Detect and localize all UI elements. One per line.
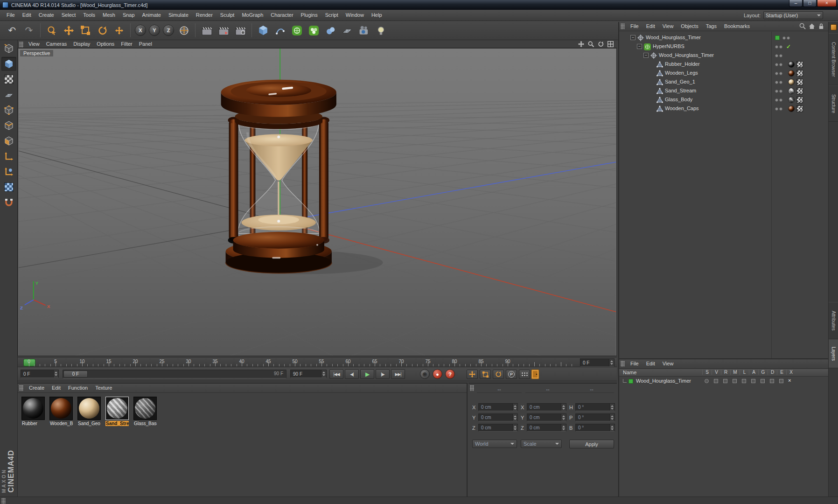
solo-toggle-icon[interactable] bbox=[705, 379, 709, 383]
workplane-mode-button[interactable] bbox=[1, 88, 16, 102]
tab-attributes[interactable]: Attributes bbox=[829, 302, 838, 339]
close-button[interactable]: × bbox=[817, 0, 837, 7]
size-z-stepper[interactable] bbox=[561, 424, 566, 431]
move-button[interactable] bbox=[60, 22, 77, 38]
model-mode-button[interactable] bbox=[1, 57, 16, 71]
material-thumbnail-sandstream[interactable] bbox=[105, 397, 129, 420]
column-a[interactable]: A bbox=[749, 370, 758, 375]
browser-tab-icon[interactable] bbox=[831, 24, 837, 30]
tree-row-wooden-caps[interactable]: Wooden_Caps bbox=[619, 105, 828, 113]
render-toggle-icon[interactable] bbox=[723, 379, 727, 383]
mat-menu-function[interactable]: Function bbox=[64, 384, 91, 392]
render-visibility-dot[interactable] bbox=[779, 72, 782, 75]
mat-menu-edit[interactable]: Edit bbox=[48, 384, 64, 392]
menu-mograph[interactable]: MoGraph bbox=[238, 10, 267, 21]
polygons-mode-button[interactable] bbox=[1, 134, 16, 148]
play-button[interactable]: ▶ bbox=[360, 369, 374, 379]
menu-mesh[interactable]: Mesh bbox=[99, 10, 119, 21]
panel-grip[interactable] bbox=[621, 23, 625, 29]
next-frame-button[interactable]: |▶ bbox=[376, 369, 390, 379]
vp-menu-display[interactable]: Display bbox=[70, 40, 93, 48]
size-x-field[interactable]: 0 cm bbox=[527, 403, 566, 411]
goto-end-button[interactable]: ▶▶| bbox=[391, 369, 405, 379]
panel-grip[interactable] bbox=[19, 42, 23, 48]
material-item[interactable]: Sand_Geo bbox=[77, 397, 101, 426]
view-zoom-button[interactable] bbox=[587, 41, 594, 47]
render-visibility-dot[interactable] bbox=[779, 45, 782, 49]
editor-visibility-dot[interactable] bbox=[782, 36, 786, 40]
menu-tools[interactable]: Tools bbox=[79, 10, 99, 21]
vp-menu-cameras[interactable]: Cameras bbox=[43, 40, 70, 48]
material-item[interactable]: Wooden_B bbox=[49, 397, 73, 426]
animation-toggle-icon[interactable] bbox=[751, 379, 755, 383]
menu-render[interactable]: Render bbox=[192, 10, 216, 21]
redo-button[interactable]: ↷ bbox=[21, 22, 37, 38]
column-v[interactable]: V bbox=[712, 370, 721, 375]
tree-row-hypernurbs[interactable]: − HyperNURBS ✓ bbox=[619, 42, 828, 51]
uvw-tag[interactable] bbox=[796, 79, 803, 85]
material-thumbnail-sand[interactable] bbox=[77, 397, 101, 420]
record-pla-toggle[interactable] bbox=[519, 370, 530, 379]
rot-h-field[interactable]: 0 ° bbox=[575, 403, 615, 411]
tree-expander[interactable]: − bbox=[637, 44, 642, 49]
viewport-canvas[interactable]: Y X Z bbox=[18, 49, 616, 356]
goto-start-button[interactable]: |◀◀ bbox=[329, 369, 343, 379]
render-visibility-dot[interactable] bbox=[779, 81, 782, 84]
object-name[interactable]: Wooden_Legs bbox=[665, 70, 698, 76]
render-visibility-dot[interactable] bbox=[779, 63, 782, 66]
column-l[interactable]: L bbox=[740, 370, 749, 375]
menu-sculpt[interactable]: Sculpt bbox=[216, 10, 238, 21]
position-header[interactable]: -- bbox=[477, 386, 522, 393]
apply-button[interactable]: Apply bbox=[569, 440, 614, 448]
object-name[interactable]: Wood_Hourglass_Timer bbox=[646, 35, 701, 40]
lock-y-button[interactable]: Y bbox=[149, 25, 160, 36]
mat-menu-create[interactable]: Create bbox=[25, 384, 48, 392]
edges-mode-button[interactable] bbox=[1, 119, 16, 133]
range-end-stepper[interactable] bbox=[321, 370, 326, 378]
coordinate-system-button[interactable] bbox=[175, 22, 192, 38]
object-name[interactable]: Sand_Geo_1 bbox=[665, 79, 695, 84]
material-item[interactable]: Glass_Base bbox=[133, 397, 157, 426]
expressions-toggle-icon[interactable] bbox=[779, 379, 783, 383]
vp-menu-view[interactable]: View bbox=[25, 40, 43, 48]
uvw-tag[interactable] bbox=[796, 97, 803, 103]
deformers-toggle-icon[interactable] bbox=[770, 379, 774, 383]
editor-visibility-dot[interactable] bbox=[775, 45, 778, 49]
editor-visibility-dot[interactable] bbox=[775, 72, 778, 75]
tab-content-browser[interactable]: Content Browser bbox=[829, 33, 838, 85]
column-m[interactable]: M bbox=[730, 370, 740, 375]
layer-name[interactable]: Wood_Hourglass_Timer bbox=[636, 378, 691, 384]
tree-row-root[interactable]: − Wood_Hourglass_Timer bbox=[619, 34, 828, 42]
range-slider-handle[interactable]: 0 F bbox=[63, 371, 88, 378]
record-keyframe-button[interactable]: ◉ bbox=[420, 369, 430, 379]
coordinate-mode-select[interactable]: World bbox=[472, 440, 517, 448]
object-axis-mode-button[interactable] bbox=[1, 165, 16, 179]
editor-visibility-dot[interactable] bbox=[775, 54, 778, 57]
material-tag-rubber[interactable] bbox=[788, 61, 795, 68]
uvw-tag[interactable] bbox=[796, 88, 803, 94]
column-g[interactable]: G bbox=[758, 370, 768, 375]
layers-menu-file[interactable]: File bbox=[627, 359, 642, 368]
column-x[interactable]: X bbox=[786, 370, 796, 375]
uvw-tag[interactable] bbox=[796, 70, 803, 77]
record-rotation-toggle[interactable] bbox=[493, 370, 504, 379]
menu-character[interactable]: Character bbox=[267, 10, 297, 21]
view-pan-button[interactable] bbox=[578, 41, 585, 47]
menu-help[interactable]: Help bbox=[368, 10, 386, 21]
render-view-button[interactable] bbox=[198, 22, 215, 38]
layout-select[interactable]: Startup (User) bbox=[763, 11, 823, 19]
rot-h-stepper[interactable] bbox=[609, 404, 615, 411]
editor-visibility-dot[interactable] bbox=[775, 107, 778, 111]
om-menu-edit[interactable]: Edit bbox=[642, 22, 659, 31]
size-x-stepper[interactable] bbox=[561, 404, 566, 411]
layer-color-swatch[interactable] bbox=[775, 35, 780, 40]
om-menu-file[interactable]: File bbox=[627, 22, 642, 31]
range-start-field[interactable]: 0 F bbox=[21, 370, 59, 378]
material-tag-wood[interactable] bbox=[788, 105, 795, 112]
timeline-ruler[interactable]: 0 5 10 15 20 25 30 35 40 45 50 55 60 65 … bbox=[18, 357, 617, 367]
column-d[interactable]: D bbox=[768, 370, 777, 375]
tree-row-group[interactable]: − Wood_Hourglass_Timer bbox=[619, 51, 828, 60]
rotation-header[interactable]: -- bbox=[569, 386, 614, 393]
editor-visibility-dot[interactable] bbox=[775, 81, 778, 84]
pos-z-stepper[interactable] bbox=[512, 424, 517, 431]
